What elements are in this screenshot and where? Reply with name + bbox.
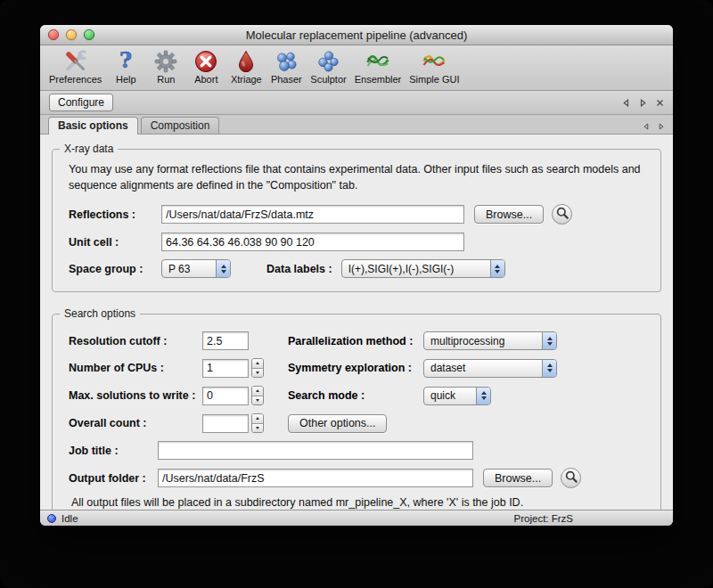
popup-arrows-icon (216, 260, 230, 277)
max-solutions-label: Max. solutions to write : (69, 389, 202, 402)
overall-count-stepper[interactable] (251, 413, 264, 433)
toolbar-button-sculptor[interactable]: Sculptor (310, 48, 346, 85)
number-of-cpus-input[interactable] (202, 359, 249, 378)
toolbar-label: Sculptor (310, 74, 346, 85)
stepper-down-icon[interactable] (252, 396, 263, 405)
space-group-label: Space group : (69, 263, 161, 275)
stepper-down-icon[interactable] (252, 369, 263, 378)
phaser-icon (274, 48, 299, 74)
magnifier-icon (565, 470, 578, 486)
max-solutions-row: Max. solutions to write : Search mode : … (69, 386, 644, 405)
resolution-cutoff-input[interactable] (202, 331, 249, 350)
screen: Molecular replacement pipeline (advanced… (0, 0, 713, 588)
number-of-cpus-stepper[interactable] (251, 358, 264, 378)
toolbar-button-ensembler[interactable]: Ensembler (355, 48, 402, 85)
popup-arrows-icon (542, 332, 556, 349)
close-tab-icon[interactable] (656, 99, 664, 107)
tab-basic-options[interactable]: Basic options (48, 117, 138, 135)
app-window: Molecular replacement pipeline (advanced… (40, 25, 673, 526)
unit-cell-input[interactable] (161, 233, 464, 251)
other-options-button[interactable]: Other options... (288, 414, 387, 433)
output-folder-row: Output folder : Browse... (69, 468, 644, 488)
stepper-up-icon[interactable] (252, 387, 263, 396)
toolbar-button-simple-gui[interactable]: Simple GUI (409, 48, 459, 85)
parallelization-method-value: multiprocessing (424, 335, 542, 347)
toolbar-label: Xtriage (231, 74, 262, 85)
space-group-value: P 63 (162, 263, 216, 275)
overall-count-row: Overall count : Other options... (69, 413, 644, 433)
xray-data-group: X-ray data You may use any format reflec… (52, 149, 661, 292)
toolbar-button-abort[interactable]: Abort (190, 48, 222, 85)
output-folder-view-button[interactable] (561, 468, 581, 488)
toolbar-label: Preferences (49, 74, 102, 85)
run-icon (153, 48, 178, 74)
toolbar-label: Simple GUI (409, 74, 459, 85)
project-label: Project: FrzS (514, 513, 573, 524)
status-text: Idle (61, 513, 78, 524)
space-group-select[interactable]: P 63 (161, 259, 231, 278)
popup-arrows-icon (476, 388, 490, 404)
stepper-up-icon[interactable] (252, 359, 263, 369)
cpus-row: Number of CPUs : Symmetry exploration : … (69, 358, 644, 378)
parallelization-method-select[interactable]: multiprocessing (423, 331, 557, 350)
reflections-view-button[interactable] (552, 204, 572, 225)
data-labels-select[interactable]: I(+),SIGI(+),I(-),SIGI(-) (341, 259, 505, 278)
magnifier-icon (556, 207, 569, 222)
help-icon: ? (113, 48, 138, 74)
popup-arrows-icon (542, 360, 556, 377)
reflections-browse-button[interactable]: Browse... (474, 205, 544, 224)
abort-icon (193, 48, 218, 74)
zoom-window-button[interactable] (84, 29, 94, 40)
toolbar-button-help[interactable]: ? Help (110, 48, 142, 85)
toolbar-button-phaser[interactable]: Phaser (270, 48, 302, 85)
toolbar-button-preferences[interactable]: Preferences (49, 48, 102, 85)
job-title-input[interactable] (158, 441, 473, 460)
toolbar-label: Run (157, 74, 175, 85)
stepper-down-icon[interactable] (252, 424, 263, 433)
output-folder-input[interactable] (158, 469, 473, 487)
close-window-button[interactable] (48, 29, 59, 40)
number-of-cpus-label: Number of CPUs : (69, 362, 202, 374)
symmetry-exploration-select[interactable]: dataset (423, 359, 557, 378)
toolbar-button-xtriage[interactable]: Xtriage (230, 48, 262, 85)
symmetry-exploration-value: dataset (424, 362, 542, 374)
search-mode-select[interactable]: quick (423, 387, 491, 405)
tab-configure[interactable]: Configure (49, 94, 113, 111)
tab-composition[interactable]: Composition (141, 117, 220, 134)
max-solutions-stepper[interactable] (251, 386, 264, 405)
page-forward-icon[interactable] (658, 123, 665, 130)
toolbar-label: Help (116, 74, 136, 85)
reflections-input[interactable] (161, 205, 464, 224)
parallelization-method-label: Parallelization method : (288, 335, 423, 347)
tab-configure-label: Configure (58, 96, 104, 109)
toolbar-label: Ensembler (355, 74, 402, 85)
stepper-up-icon[interactable] (252, 414, 263, 424)
simple-gui-icon (422, 48, 447, 74)
search-options-group-title: Search options (60, 307, 140, 320)
status-bar: Idle Project: FrzS (40, 510, 673, 526)
minimize-window-button[interactable] (66, 29, 77, 40)
search-options-group: Search options Resolution cutoff : Paral… (52, 314, 661, 510)
data-labels-value: I(+),SIGI(+),I(-),SIGI(-) (342, 263, 490, 275)
output-folder-browse-button[interactable]: Browse... (483, 469, 553, 487)
scroll-tabs-left-icon[interactable] (622, 99, 630, 107)
content: X-ray data You may use any format reflec… (40, 135, 673, 510)
titlebar[interactable]: Molecular replacement pipeline (advanced… (40, 25, 673, 45)
document-tab-bar: Configure (40, 91, 673, 115)
overall-count-label: Overall count : (69, 417, 202, 429)
toolbar-button-run[interactable]: Run (150, 48, 182, 85)
overall-count-input[interactable] (202, 414, 249, 433)
data-labels-label: Data labels : (266, 263, 332, 275)
popup-arrows-icon (490, 260, 504, 277)
toolbar-label: Phaser (271, 74, 302, 85)
reflections-row: Reflections : Browse... (69, 204, 644, 225)
max-solutions-input[interactable] (202, 387, 249, 405)
page-back-icon[interactable] (643, 123, 650, 130)
scroll-tabs-right-icon[interactable] (639, 99, 647, 107)
reflections-label: Reflections : (69, 208, 161, 221)
resolution-row: Resolution cutoff : Parallelization meth… (69, 331, 644, 350)
resolution-cutoff-label: Resolution cutoff : (69, 335, 202, 347)
preferences-icon (63, 48, 88, 74)
search-mode-value: quick (424, 389, 476, 402)
job-title-row: Job title : (69, 441, 644, 460)
